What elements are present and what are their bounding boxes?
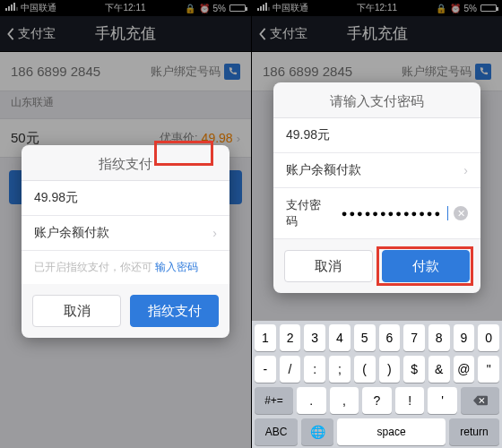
modal-method-row[interactable]: 账户余额付款› bbox=[273, 153, 480, 188]
key-9[interactable]: 9 bbox=[454, 324, 475, 351]
key-)[interactable]: ) bbox=[379, 356, 401, 383]
nav-bar: 支付宝 手机充值 bbox=[0, 16, 251, 52]
modal-method-row[interactable]: 账户余额付款› bbox=[22, 216, 229, 251]
nav-bar: 支付宝 手机充值 bbox=[252, 16, 502, 52]
key-?[interactable]: ? bbox=[362, 387, 392, 414]
phone-icon bbox=[475, 64, 491, 80]
key-8[interactable]: 8 bbox=[428, 324, 450, 351]
modal-price: 49.98元 bbox=[22, 181, 229, 216]
password-input-row[interactable]: 支付密码 ●●●●●●●●●●●●● ✕ bbox=[273, 188, 480, 239]
key-/[interactable]: / bbox=[280, 356, 301, 383]
ios-keyboard: 1234567890 -/:;()$&@" #+= .,?!' ABC 🌐 sp… bbox=[252, 321, 502, 448]
clear-input-icon[interactable]: ✕ bbox=[454, 206, 468, 220]
modal-title: 请输入支付密码 bbox=[273, 82, 480, 118]
chevron-right-icon: › bbox=[212, 226, 217, 240]
cancel-button[interactable]: 取消 bbox=[32, 295, 121, 327]
key-@[interactable]: @ bbox=[454, 356, 475, 383]
key-;[interactable]: ; bbox=[329, 356, 351, 383]
key-1[interactable]: 1 bbox=[255, 324, 276, 351]
key--[interactable]: - bbox=[255, 356, 276, 383]
battery-icon bbox=[480, 4, 497, 12]
status-bar: 中国联通 下午12:11 🔒⏰5% bbox=[0, 0, 251, 16]
key-'[interactable]: ' bbox=[428, 387, 457, 414]
key-"[interactable]: " bbox=[478, 356, 499, 383]
chevron-right-icon: › bbox=[463, 163, 468, 177]
key-0[interactable]: 0 bbox=[478, 324, 499, 351]
carrier-label: 山东联通 bbox=[0, 91, 251, 113]
battery-icon bbox=[229, 4, 246, 12]
key-![interactable]: ! bbox=[395, 387, 425, 414]
fingerprint-pay-modal: 指纹支付 49.98元 账户余额付款› 已开启指纹支付，你还可 输入密码 取消 … bbox=[22, 145, 229, 338]
phone-icon bbox=[224, 64, 240, 80]
key-:[interactable]: : bbox=[304, 356, 325, 383]
key-row-1: 1234567890 bbox=[255, 324, 499, 351]
modal-title: 指纹支付 bbox=[22, 145, 229, 181]
password-mask: ●●●●●●●●●●●●● bbox=[342, 208, 442, 219]
screenshot-right: 中国联通 下午12:11 🔒⏰5% 支付宝 手机充值 186 6899 2845… bbox=[251, 0, 502, 448]
key-7[interactable]: 7 bbox=[403, 324, 425, 351]
back-button[interactable]: 支付宝 bbox=[257, 26, 307, 42]
status-time: 下午12:11 bbox=[252, 2, 502, 14]
modal-price: 49.98元 bbox=[273, 118, 480, 153]
status-bar: 中国联通 下午12:11 🔒⏰5% bbox=[252, 0, 502, 16]
status-time: 下午12:11 bbox=[0, 2, 251, 14]
fingerprint-pay-button[interactable]: 指纹支付 bbox=[130, 295, 219, 327]
key-5[interactable]: 5 bbox=[354, 324, 376, 351]
key-([interactable]: ( bbox=[354, 356, 376, 383]
pay-button[interactable]: 付款 bbox=[382, 250, 471, 282]
key-row-2: -/:;()$&@" bbox=[255, 356, 499, 383]
key-$[interactable]: $ bbox=[403, 356, 425, 383]
key-6[interactable]: 6 bbox=[379, 324, 401, 351]
key-&[interactable]: & bbox=[428, 356, 450, 383]
back-button[interactable]: 支付宝 bbox=[5, 26, 56, 42]
key-2[interactable]: 2 bbox=[280, 324, 301, 351]
enter-password-link[interactable]: 输入密码 bbox=[155, 261, 198, 273]
cancel-button[interactable]: 取消 bbox=[284, 250, 373, 282]
chevron-right-icon: › bbox=[237, 132, 240, 145]
chevron-left-icon bbox=[257, 28, 268, 40]
symbols-key[interactable]: #+= bbox=[255, 387, 293, 414]
screenshot-left: 中国联通 下午12:11 🔒⏰5% 支付宝 手机充值 186 6899 2845… bbox=[0, 0, 251, 448]
key-,[interactable]: , bbox=[330, 387, 359, 414]
chevron-left-icon bbox=[5, 28, 16, 40]
text-cursor bbox=[447, 206, 448, 220]
key-row-3: #+= .,?!' bbox=[255, 387, 499, 414]
space-key[interactable]: space bbox=[337, 418, 445, 445]
backspace-key[interactable] bbox=[461, 387, 499, 414]
globe-key[interactable]: 🌐 bbox=[301, 418, 333, 445]
key-3[interactable]: 3 bbox=[304, 324, 325, 351]
key-row-4: ABC 🌐 space return bbox=[255, 418, 499, 445]
password-pay-modal: 请输入支付密码 49.98元 账户余额付款› 支付密码 ●●●●●●●●●●●●… bbox=[273, 82, 480, 293]
key-.[interactable]: . bbox=[297, 387, 326, 414]
return-key[interactable]: return bbox=[449, 418, 499, 445]
modal-tip: 已开启指纹支付，你还可 输入密码 bbox=[22, 251, 229, 284]
phone-number-row[interactable]: 186 6899 2845 账户绑定号码 bbox=[0, 52, 251, 91]
abc-key[interactable]: ABC bbox=[255, 418, 298, 445]
key-4[interactable]: 4 bbox=[329, 324, 351, 351]
